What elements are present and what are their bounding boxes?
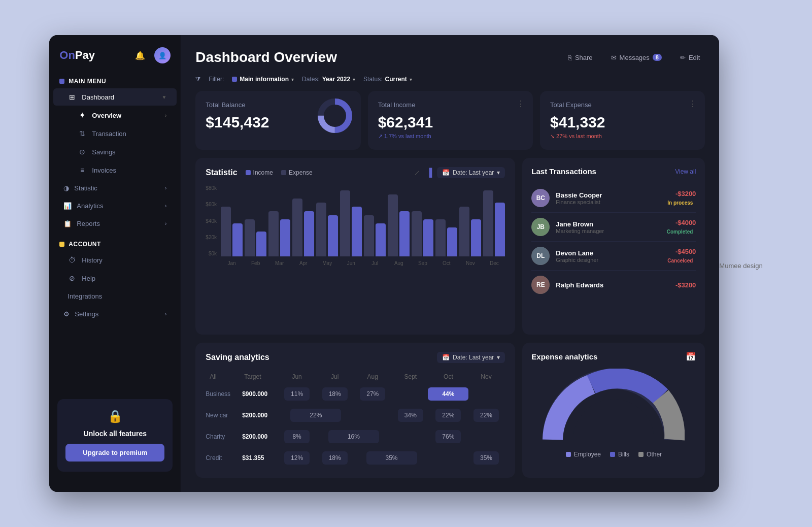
chevron-down-stat: ▾	[497, 169, 500, 176]
upgrade-card: 🔒 Unlock all features Upgrade to premium	[57, 399, 173, 472]
sidebar-item-integrations[interactable]: Integrations	[53, 288, 177, 305]
tx-amount: -$3200	[664, 190, 696, 197]
y-axis: $80k$60k$40k$20k$0k	[206, 185, 217, 256]
sidebar-item-help[interactable]: ⊘ Help	[53, 270, 177, 287]
tx-avatar: BC	[531, 189, 550, 207]
gauge-container	[531, 369, 696, 445]
avatar[interactable]: 👤	[154, 47, 171, 63]
table-row: New car $200.000 22% 34% 22% 22%	[206, 405, 505, 426]
col-nov: Nov	[467, 370, 505, 383]
messages-badge: 8	[653, 54, 662, 61]
sidebar-bottom: 🔒 Unlock all features Upgrade to premium	[49, 391, 181, 480]
calendar-icon-expense[interactable]: 📅	[686, 352, 696, 361]
bar-label-jul: Jul	[364, 260, 386, 266]
stat-date-filter[interactable]: 📅 Date: Last year ▾	[437, 167, 505, 178]
transaction-item: DL Devon Lane Graphic designer -$4500 Ca…	[531, 242, 696, 271]
filter-dates-item[interactable]: Dates: Year 2022 ▾	[302, 76, 355, 83]
tx-amount: -$4500	[664, 248, 696, 255]
bottom-row: Saving analytics 📅 Date: Last year ▾ All…	[195, 343, 705, 478]
total-income-value: $62,341	[378, 114, 523, 131]
tx-avatar-img: BC	[531, 189, 550, 207]
app-container: OnPay 🔔 👤 Main menu ⊞ Dashboard ▼ ✦ Over…	[49, 35, 719, 492]
total-expense-card: Total Expense ⋮ $41,332 ↘ 27% vs last mo…	[540, 91, 705, 150]
tx-role: Graphic designer	[556, 257, 658, 263]
col-jun: Jun	[278, 370, 316, 383]
chevron-right-icon-stat: ›	[165, 185, 166, 191]
tx-status: Completed	[664, 228, 696, 236]
messages-button[interactable]: ✉ Messages 8	[606, 51, 667, 64]
bar-label-oct: Oct	[435, 260, 457, 266]
bar-income-sep	[412, 211, 422, 256]
tx-avatar-img: JB	[531, 218, 550, 236]
bar-group-jan	[221, 207, 243, 256]
sidebar-item-invoices[interactable]: ≡ Invoices	[53, 161, 177, 179]
tx-role: Finance specialist	[556, 199, 658, 205]
calendar-icon-saving: 📅	[442, 354, 450, 361]
saving-date-filter[interactable]: 📅 Date: Last year ▾	[437, 352, 505, 363]
help-icon: ⊘	[67, 274, 77, 282]
account-section: Account	[49, 237, 181, 251]
main-content: Dashboard Overview ⎘ Share ✉ Messages 8 …	[181, 35, 719, 492]
bar-expense-apr	[304, 211, 314, 256]
tx-info: Ralph Edwards	[556, 281, 669, 289]
bar-chart-icon[interactable]: ▐	[426, 168, 432, 177]
bar-label-dec: Dec	[483, 260, 505, 266]
sidebar-item-overview[interactable]: ✦ Overview ›	[53, 107, 177, 124]
tx-right: -$3200 In process	[664, 190, 696, 207]
tx-name: Bassie Cooper	[556, 191, 658, 199]
row-business: Business	[206, 383, 240, 405]
expense-menu-icon[interactable]: ⋮	[689, 99, 697, 109]
bar-expense-nov	[471, 219, 481, 256]
chart-wrapper: $80k$60k$40k$20k$0k JanFebMarAprMayJunJu…	[206, 185, 505, 266]
edit-button[interactable]: ✏ Edit	[675, 51, 705, 64]
mumee-credit: Mumee design	[719, 258, 762, 270]
income-menu-icon[interactable]: ⋮	[517, 99, 525, 109]
notification-icon[interactable]: 🔔	[132, 47, 148, 63]
total-expense-title: Total Expense	[550, 101, 695, 109]
bar-group-jun	[340, 190, 362, 256]
bar-label-jun: Jun	[340, 260, 362, 266]
transaction-item: JB Jane Brown Marketing manager -$4000 C…	[531, 213, 696, 242]
bar-group-sep	[412, 211, 433, 256]
income-dot	[246, 170, 251, 175]
bar-group-feb	[245, 219, 266, 256]
sidebar-item-dashboard[interactable]: ⊞ Dashboard ▼	[53, 88, 177, 106]
sidebar-item-statistic[interactable]: ◑ Statistic ›	[53, 180, 177, 196]
col-all: All	[206, 370, 240, 383]
section-dot	[59, 79, 64, 84]
filter-info-item[interactable]: Main information ▾	[232, 76, 294, 83]
sidebar-item-reports[interactable]: 📋 Reports ›	[53, 215, 177, 232]
sidebar-item-savings[interactable]: ⊙ Savings	[53, 143, 177, 160]
saving-header: Saving analytics 📅 Date: Last year ▾	[206, 352, 505, 363]
table-row: Business $900.000 11% 18% 27% 44%	[206, 383, 505, 405]
filter-funnel-icon: ⧩	[195, 76, 200, 83]
sidebar-item-analytics[interactable]: 📊 Analytics ›	[53, 197, 177, 214]
bar-expense-sep	[423, 219, 433, 256]
upgrade-button[interactable]: Upgrade to premium	[65, 444, 164, 462]
line-chart-icon[interactable]: ⟋	[413, 168, 421, 177]
view-all-link[interactable]: View all	[675, 168, 696, 175]
sidebar-logo: OnPay 🔔 👤	[49, 47, 181, 74]
dashboard-icon: ⊞	[67, 93, 77, 101]
analytics-icon: 📊	[63, 202, 72, 210]
middle-row: Statistic Income Expense ⟋ ▐ 📅	[195, 158, 705, 335]
cards-row: Total Balance $145,432 Total Income ⋮ $6…	[195, 91, 705, 150]
chevron-right-icon-an: ›	[165, 203, 166, 209]
bar-label-mar: Mar	[268, 260, 290, 266]
sidebar-item-transaction[interactable]: ⇅ Transaction	[53, 125, 177, 142]
bar-label-feb: Feb	[245, 260, 266, 266]
invoices-icon: ≡	[78, 166, 87, 174]
legend-expense: Expense	[281, 169, 313, 176]
col-target: Target	[240, 370, 278, 383]
messages-icon: ✉	[611, 54, 617, 61]
sidebar-item-history[interactable]: ⏱ History	[53, 251, 177, 269]
filter-status-item[interactable]: Status: Current ▾	[363, 76, 412, 83]
chevron-down-saving: ▾	[497, 354, 500, 361]
sidebar-item-settings[interactable]: ⚙ Settings ›	[53, 306, 177, 322]
legend-employee: Employee	[566, 451, 601, 458]
bar-group-aug	[388, 194, 410, 256]
bar-label-may: May	[316, 260, 338, 266]
stat-title: Statistic	[206, 168, 237, 177]
bar-label-aug: Aug	[388, 260, 410, 266]
share-button[interactable]: ⎘ Share	[563, 51, 598, 64]
